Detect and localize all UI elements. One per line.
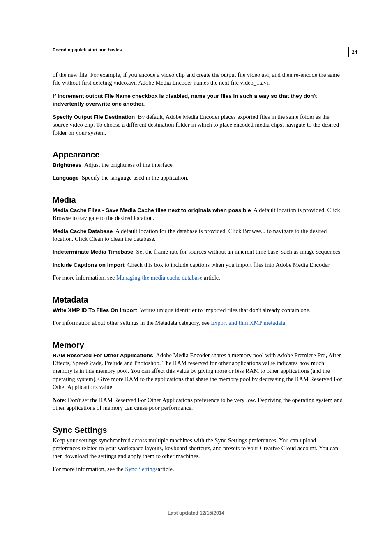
- media-cache-db-label: Media Cache Database: [53, 228, 113, 234]
- metadata-info: For information about other settings in …: [53, 319, 343, 327]
- running-head: Encoding quick start and basics: [53, 47, 343, 52]
- memory-heading: Memory: [53, 340, 343, 350]
- language-label: Language: [53, 175, 79, 181]
- page-body: Encoding quick start and basics of the n…: [0, 0, 392, 473]
- memory-ram-label: RAM Reserved For Other Applications: [53, 352, 153, 358]
- increment-note: If Increment output File Name checkbox i…: [53, 92, 343, 108]
- sync-more-info: For more information, see the Sync Setti…: [53, 465, 343, 473]
- sync-more-post: article.: [158, 466, 174, 472]
- language-row: Language Specify the language used in th…: [53, 174, 343, 182]
- brightness-label: Brightness: [53, 162, 82, 168]
- page-number: 24: [352, 49, 357, 55]
- media-more-info: For more information, see Managing the m…: [53, 274, 343, 282]
- media-more-link[interactable]: Managing the media cache database: [116, 274, 202, 281]
- metadata-info-post: .: [285, 319, 287, 326]
- increment-note-text: If Increment output File Name checkbox i…: [53, 93, 317, 107]
- media-cache-db-row: Media Cache Database A default location …: [53, 227, 343, 243]
- memory-ram-row: RAM Reserved For Other Applications Adob…: [53, 352, 343, 391]
- metadata-info-link[interactable]: Export and thin XMP metadata: [211, 319, 285, 326]
- footer-last-updated: Last updated 12/15/2014: [0, 510, 392, 516]
- appearance-heading: Appearance: [53, 150, 343, 160]
- media-captions-label: Include Captions on Import: [53, 262, 125, 268]
- media-more-post: article.: [202, 274, 220, 281]
- media-timebase-text: Set the frame rate for sources without a…: [136, 248, 342, 255]
- specify-output-paragraph: Specify Output File Destination By defau…: [53, 113, 343, 137]
- media-cache-files-label: Media Cache Files - Save Media Cache fil…: [53, 207, 251, 213]
- specify-output-label: Specify Output File Destination: [53, 114, 135, 120]
- media-timebase-row: Indeterminate Media Timebase Set the fra…: [53, 248, 343, 256]
- metadata-xmp-row: Write XMP ID To Files On Import Writes u…: [53, 306, 343, 314]
- sync-heading: Sync Settings: [53, 426, 343, 435]
- brightness-row: Brightness Adjust the brightness of the …: [53, 161, 343, 169]
- memory-note-row: Note: Don't set the RAM Reserved For Oth…: [53, 396, 343, 412]
- sync-paragraph: Keep your settings synchronized across m…: [53, 437, 343, 460]
- page-number-wrap: 24: [348, 47, 361, 57]
- media-heading: Media: [53, 195, 343, 205]
- sync-more-pre: For more information, see the: [53, 466, 125, 472]
- metadata-xmp-text: Writes unique identifier to imported fil…: [140, 307, 311, 313]
- media-timebase-label: Indeterminate Media Timebase: [53, 249, 133, 255]
- media-captions-text: Check this box to include captions when …: [127, 261, 331, 268]
- media-more-pre: For more information, see: [53, 274, 116, 281]
- memory-note-text: : Don't set the RAM Reserved For Other A…: [53, 397, 343, 411]
- media-captions-row: Include Captions on Import Check this bo…: [53, 261, 343, 269]
- sync-more-link[interactable]: Sync Settings: [125, 466, 157, 472]
- media-cache-files-row: Media Cache Files - Save Media Cache fil…: [53, 206, 343, 222]
- metadata-xmp-label: Write XMP ID To Files On Import: [53, 307, 137, 313]
- metadata-heading: Metadata: [53, 295, 343, 305]
- brightness-text: Adjust the brightness of the interface.: [84, 162, 174, 168]
- intro-paragraph: of the new file. For example, if you enc…: [53, 71, 343, 87]
- memory-note-label: Note: [53, 397, 65, 403]
- metadata-info-pre: For information about other settings in …: [53, 319, 211, 326]
- language-text: Specify the language used in the applica…: [82, 174, 189, 181]
